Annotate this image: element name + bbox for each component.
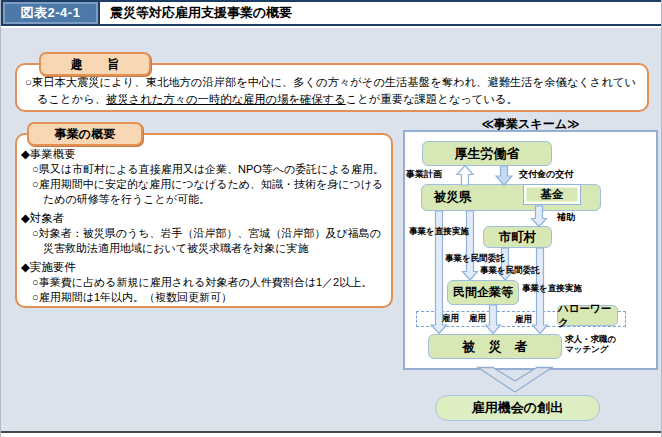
overview-group-requirements: ◆実施要件 ○事業費に占める新規に雇用される対象者の人件費割合は1／2以上。 ○… [21, 260, 387, 305]
bottom-rule [1, 431, 662, 433]
label-job-matching-line2: マッチング [565, 345, 616, 355]
scheme-title: ≪事業スキーム≫ [403, 116, 658, 133]
node-hellowork: ハローワーク [557, 305, 618, 326]
overview-group-heading: ◆事業概要 [21, 147, 387, 162]
overview-group-targets: ◆対象者 ○対象者：被災県のうち、岩手（沿岸部）、宮城（沿岸部）及び福島の災害救… [21, 211, 387, 256]
label-grant: 交付金の交付 [519, 170, 573, 180]
purpose-section-tab: 趣 旨 [39, 52, 151, 76]
label-job-matching: 求人・求職の マッチング [565, 335, 616, 354]
figure-header: 図表2-4-1 震災等対応雇用支援事業の概要 [1, 0, 662, 26]
overview-group-heading: ◆対象者 [21, 211, 387, 226]
label-private-consignment-2: 事業を民間委託 [480, 266, 540, 276]
label-direct-implement-right: 事業を直接実施 [522, 284, 582, 294]
purpose-text-underlined: 被災された方々の一時的な雇用の場を確保する [106, 93, 346, 105]
overview-group-outline: ◆事業概要 ○県又は市町村による直接雇用又は企業、NPO等への委託による雇用。 … [21, 147, 387, 207]
label-direct-implement-left: 事業を直接実施 [409, 227, 469, 237]
purpose-text: ○東日本大震災により、東北地方の沿岸部を中心に、多くの方々がその生活基盤を奪われ… [25, 74, 643, 108]
node-mhlw: 厚生労働省 [422, 141, 552, 166]
overview-section-tab: 事業の概要 [27, 122, 143, 146]
overview-item: ○事業費に占める新規に雇用される対象者の人件費割合は1／2以上。 [21, 275, 387, 290]
overview-item: ○県又は市町村による直接雇用又は企業、NPO等への委託による雇用。 [21, 162, 387, 177]
figure-2-4-1: 図表2-4-1 震災等対応雇用支援事業の概要 趣 旨 ○東日本大震災により、東北… [0, 0, 662, 437]
node-victims: 被 災 者 [428, 334, 562, 359]
label-employment-2: 雇用 [469, 314, 486, 324]
node-private-company: 民間企業等 [447, 280, 519, 305]
purpose-text-post: ことが重要な課題となっている。 [346, 93, 518, 105]
label-employment-3: 雇用 [515, 315, 532, 325]
overview-content: ◆事業概要 ○県又は市町村による直接雇用又は企業、NPO等への委託による雇用。 … [21, 147, 387, 305]
node-employment-creation: 雇用機会の創出 [435, 395, 600, 421]
label-subsidy: 補助 [557, 213, 575, 223]
label-employment-1: 雇用 [442, 314, 459, 324]
label-business-plan: 事業計画 [406, 170, 442, 180]
node-municipality: 市町村 [483, 226, 552, 248]
figure-number-badge: 図表2-4-1 [5, 4, 96, 22]
overview-item: ○対象者：被災県のうち、岩手（沿岸部）、宮城（沿岸部）及び福島の災害救助法適用地… [21, 226, 387, 256]
figure-tag-segment: 図表2-4-1 [3, 2, 100, 24]
label-private-consignment-1: 事業を民間委託 [445, 254, 505, 264]
overview-group-heading: ◆実施要件 [21, 260, 387, 275]
overview-item: ○雇用期間は1年以内。（複数回更新可） [21, 290, 387, 305]
figure-title: 震災等対応雇用支援事業の概要 [100, 2, 661, 24]
node-fund: 基金 [523, 184, 581, 205]
overview-item: ○雇用期間中に安定的な雇用につなげるため、知識・技術を身につけるための研修等を行… [21, 177, 387, 207]
